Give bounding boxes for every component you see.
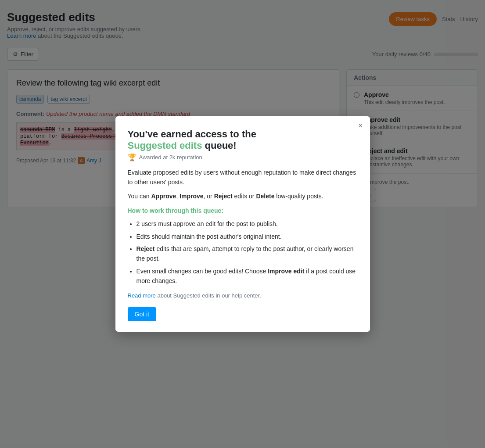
delete-bold: Delete xyxy=(256,193,274,200)
modal-body: Evaluate proposed edits by users without… xyxy=(128,168,358,218)
trophy-icon: 🏆 xyxy=(128,153,137,161)
reject-bold: Reject xyxy=(214,193,233,200)
modal: × You've earned access to the Suggested … xyxy=(115,116,370,218)
modal-overlay[interactable]: × You've earned access to the Suggested … xyxy=(0,0,485,218)
modal-awarded: 🏆 Awarded at 2k reputation xyxy=(128,153,358,161)
modal-title-part1: You've earned access to the xyxy=(128,129,256,140)
modal-close-button[interactable]: × xyxy=(358,122,363,129)
awarded-text: Awarded at 2k reputation xyxy=(139,154,202,161)
approve-bold: Approve xyxy=(151,193,176,200)
modal-para2: You can Approve, Improve, or Reject edit… xyxy=(128,191,358,201)
improve-bold: Improve xyxy=(180,193,203,200)
modal-title-part2: queue! xyxy=(205,140,237,151)
modal-title-highlight: Suggested edits xyxy=(128,140,202,151)
modal-title: You've earned access to the Suggested ed… xyxy=(128,129,358,151)
modal-para1: Evaluate proposed edits by users without… xyxy=(128,168,358,187)
how-to-label: How to work through this queue: xyxy=(128,206,358,215)
